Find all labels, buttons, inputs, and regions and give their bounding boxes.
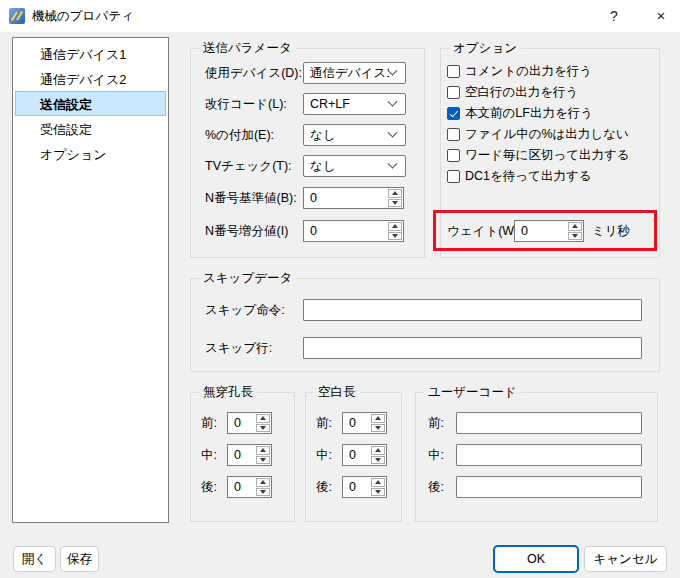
spin-down-button[interactable] [388,232,402,241]
checkbox[interactable] [447,128,460,141]
no-punch-front-spinner[interactable]: 0 [227,412,272,434]
spin-down-button[interactable] [256,456,270,465]
spin-up-button[interactable] [371,446,385,455]
open-button[interactable]: 開く [13,546,56,572]
n-increment-spinner[interactable]: 0 [303,220,404,242]
checkbox[interactable] [447,86,460,99]
user-code-front-input[interactable] [456,412,642,434]
rear-label: 後: [428,476,444,498]
checkbox-row-no-percent-output[interactable]: ファイル中の%は出力しない [447,126,629,142]
spinner-value: 0 [343,445,370,465]
no-punch-middle-spinner[interactable]: 0 [227,444,272,466]
skip-command-label: スキップ命令: [205,299,285,321]
skip-line-label: スキップ行: [205,337,272,359]
spinner-value: 0 [228,477,255,497]
checkbox-row-word-split-output[interactable]: ワード毎に区切って出力する [447,147,630,163]
sidebar-item-options[interactable]: オプション [13,141,168,166]
blank-middle-spinner[interactable]: 0 [342,444,387,466]
group-title: 送信パラメータ [199,41,296,56]
skip-line-input[interactable] [303,337,642,359]
sidebar-item-comm-device-1[interactable]: 通信デバイス1 [13,41,168,66]
wait-spinner[interactable]: 0 [514,220,584,242]
spin-up-button[interactable] [256,478,270,487]
user-code-middle-input[interactable] [456,444,642,466]
sidebar-item-comm-device-2[interactable]: 通信デバイス2 [13,66,168,91]
n-increment-label: N番号増分値(I) [205,220,288,242]
n-base-label: N番号基準値(B): [205,187,297,209]
n-base-spinner[interactable]: 0 [303,187,404,209]
save-button[interactable]: 保存 [60,546,99,572]
spinner-value: 0 [228,445,255,465]
no-punch-rear-spinner[interactable]: 0 [227,476,272,498]
chevron-down-icon [388,127,398,137]
front-label: 前: [428,412,444,434]
percent-append-select[interactable]: なし [303,124,406,146]
ok-button[interactable]: OK [493,545,579,573]
group-title: スキップデータ [199,271,296,286]
blank-front-spinner[interactable]: 0 [342,412,387,434]
checkbox[interactable] [447,149,460,162]
group-title: 無穿孔長 [199,385,257,400]
checkbox-label: ワード毎に区切って出力する [465,147,630,164]
skip-command-input[interactable] [303,299,642,321]
close-button[interactable]: × [642,0,680,32]
spin-up-button[interactable] [388,189,402,198]
spin-up-button[interactable] [388,222,402,231]
spin-up-button[interactable] [371,414,385,423]
middle-label: 中: [316,444,332,466]
spin-up-button[interactable] [256,446,270,455]
spin-down-button[interactable] [371,488,385,497]
spin-down-button[interactable] [568,232,582,241]
spin-down-button[interactable] [256,424,270,433]
tv-check-select[interactable]: なし [303,155,406,177]
combo-value: なし [310,127,389,144]
checkbox-row-blank-line-output[interactable]: 空白行の出力を行う [447,84,578,100]
group-title: オプション [449,41,521,56]
checkbox-label: ファイル中の%は出力しない [465,126,629,143]
help-button[interactable]: ? [598,0,630,32]
chevron-down-icon [388,65,398,75]
sidebar-item-receive-settings[interactable]: 受信設定 [13,116,168,141]
wait-label: ウェイト(W): [447,220,522,242]
user-code-rear-input[interactable] [456,476,642,498]
spin-down-button[interactable] [388,199,402,208]
checkbox[interactable] [447,170,460,183]
rear-label: 後: [201,476,217,498]
spin-down-button[interactable] [371,456,385,465]
spinner-value: 0 [515,221,567,241]
spin-down-button[interactable] [256,488,270,497]
chevron-down-icon [388,96,398,106]
checkbox-label: 空白行の出力を行う [465,84,578,101]
combo-value: CR+LF [310,97,389,111]
spinner-value: 0 [228,413,255,433]
title-bar: 機械のプロパティ ? × [0,0,680,32]
checkbox-label: DC1を待って出力する [465,168,591,185]
device-select[interactable]: 通信デバイス1 [303,62,406,84]
spin-up-button[interactable] [371,478,385,487]
group-title: ユーザーコード [424,385,521,400]
front-label: 前: [316,412,332,434]
rear-label: 後: [316,476,332,498]
checkbox-label: コメントの出力を行う [465,63,592,80]
front-label: 前: [201,412,217,434]
blank-rear-spinner[interactable]: 0 [342,476,387,498]
spin-up-button[interactable] [568,222,582,231]
checkbox-row-lf-before-body[interactable]: 本文前のLF出力を行う [447,105,593,121]
middle-label: 中: [201,444,217,466]
linebreak-select[interactable]: CR+LF [303,93,406,115]
sidebar-item-send-settings[interactable]: 送信設定 [15,91,166,116]
cancel-button[interactable]: キャンセル [584,546,667,572]
checkbox-row-wait-dc1-output[interactable]: DC1を待って出力する [447,168,591,184]
spinner-value: 0 [343,413,370,433]
checkbox[interactable] [447,65,460,78]
checkbox-label: 本文前のLF出力を行う [465,105,593,122]
checkbox[interactable] [447,107,460,120]
window-title: 機械のプロパティ [32,0,134,32]
machine-properties-dialog: 機械のプロパティ ? × 通信デバイス1 通信デバイス2 送信設定 受信設定 オ… [0,0,680,578]
spin-down-button[interactable] [371,424,385,433]
tv-check-label: TVチェック(T): [205,155,292,177]
checkbox-row-comment-output[interactable]: コメントの出力を行う [447,63,592,79]
linebreak-label: 改行コード(L): [205,93,287,115]
device-label: 使用デバイス(D): [205,62,302,84]
spin-up-button[interactable] [256,414,270,423]
